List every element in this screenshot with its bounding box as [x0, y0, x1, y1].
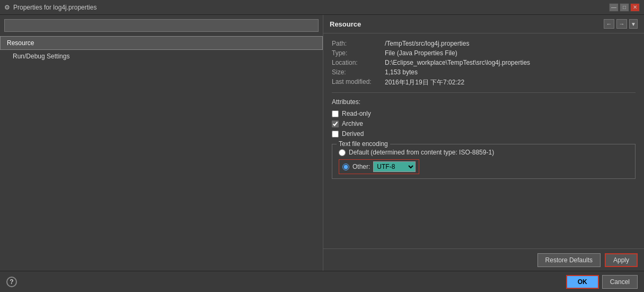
panel-title: Resource [330, 20, 361, 28]
window-title: Properties for log4j.properties [13, 4, 96, 11]
help-button[interactable]: ? [6, 277, 17, 287]
archive-row: Archive [332, 120, 636, 127]
nav-forward-button[interactable]: → [616, 19, 627, 29]
encoding-group-legend: Text file encoding [337, 140, 390, 148]
title-icon: ⚙ [4, 4, 10, 11]
left-panel: Resource Run/Debug Settings [0, 15, 323, 271]
maximize-button[interactable]: □ [620, 3, 629, 12]
path-label: Path: [332, 40, 385, 47]
last-modified-value: 2016年1月19日 下午7:02:22 [385, 78, 464, 87]
footer-bar: ? OK Cancel [0, 271, 644, 292]
last-modified-label: Last modified: [332, 78, 385, 87]
encoding-group: Text file encoding Default (determined f… [332, 144, 636, 179]
bottom-action-bar: Restore Defaults Apply [323, 248, 644, 271]
size-value: 1,153 bytes [385, 68, 418, 76]
encoding-select[interactable]: UTF-8 ISO-8859-1 UTF-16 [373, 161, 416, 172]
title-bar-title: ⚙ Properties for log4j.properties [4, 4, 96, 11]
location-row: Location: D:\Eclipse_workplace\TempTest\… [332, 59, 636, 66]
encoding-other-label: Other: [352, 163, 370, 170]
content-area: Resource Run/Debug Settings Resource ← →… [0, 15, 644, 271]
panel-content: Path: /TempTest/src/log4j.properties Typ… [323, 33, 644, 248]
nav-dropdown-button[interactable]: ▼ [629, 19, 638, 29]
path-row: Path: /TempTest/src/log4j.properties [332, 40, 636, 47]
ok-button[interactable]: OK [566, 275, 599, 289]
footer-right: OK Cancel [566, 275, 638, 289]
close-button[interactable]: ✕ [630, 3, 640, 12]
nav-item-resource[interactable]: Resource [0, 36, 323, 50]
nav-back-button[interactable]: ← [604, 19, 614, 29]
attributes-title: Attributes: [332, 98, 636, 106]
minimize-button[interactable]: — [609, 3, 619, 12]
nav-item-run-debug[interactable]: Run/Debug Settings [0, 50, 323, 63]
cancel-button[interactable]: Cancel [602, 275, 638, 289]
readonly-checkbox[interactable] [332, 110, 339, 117]
size-row: Size: 1,153 bytes [332, 68, 636, 76]
restore-defaults-button[interactable]: Restore Defaults [537, 253, 601, 267]
archive-label: Archive [342, 120, 363, 127]
encoding-default-row: Default (determined from content type: I… [339, 149, 629, 156]
encoding-other-wrapper: Other: UTF-8 ISO-8859-1 UTF-16 [339, 159, 419, 174]
derived-checkbox[interactable] [332, 131, 339, 138]
type-value: File (Java Properties File) [385, 49, 457, 57]
panel-nav: ← → ▼ [604, 19, 638, 29]
encoding-default-radio[interactable] [339, 149, 346, 156]
footer-left: ? [6, 277, 17, 287]
apply-button[interactable]: Apply [605, 253, 638, 267]
title-bar: ⚙ Properties for log4j.properties — □ ✕ [0, 0, 644, 15]
location-value: D:\Eclipse_workplace\TempTest\src\log4j.… [385, 59, 530, 66]
last-modified-row: Last modified: 2016年1月19日 下午7:02:22 [332, 78, 636, 87]
panel-header: Resource ← → ▼ [323, 15, 644, 33]
size-label: Size: [332, 68, 385, 76]
archive-checkbox[interactable] [332, 121, 339, 127]
readonly-label: Read-only [342, 110, 371, 117]
location-label: Location: [332, 59, 385, 66]
derived-label: Derived [342, 130, 364, 138]
path-value: /TempTest/src/log4j.properties [385, 40, 469, 47]
encoding-default-label: Default (determined from content type: I… [349, 149, 494, 156]
derived-row: Derived [332, 130, 636, 138]
type-row: Type: File (Java Properties File) [332, 49, 636, 57]
readonly-row: Read-only [332, 110, 636, 117]
main-container: Resource Run/Debug Settings Resource ← →… [0, 15, 644, 292]
right-panel: Resource ← → ▼ Path: /TempTest/src/log4j… [323, 15, 644, 271]
encoding-other-radio[interactable] [342, 164, 349, 170]
nav-list: Resource Run/Debug Settings [0, 36, 323, 271]
divider-1 [332, 92, 636, 93]
filter-input[interactable] [4, 19, 319, 32]
type-label: Type: [332, 49, 385, 57]
title-bar-controls: — □ ✕ [609, 3, 640, 12]
